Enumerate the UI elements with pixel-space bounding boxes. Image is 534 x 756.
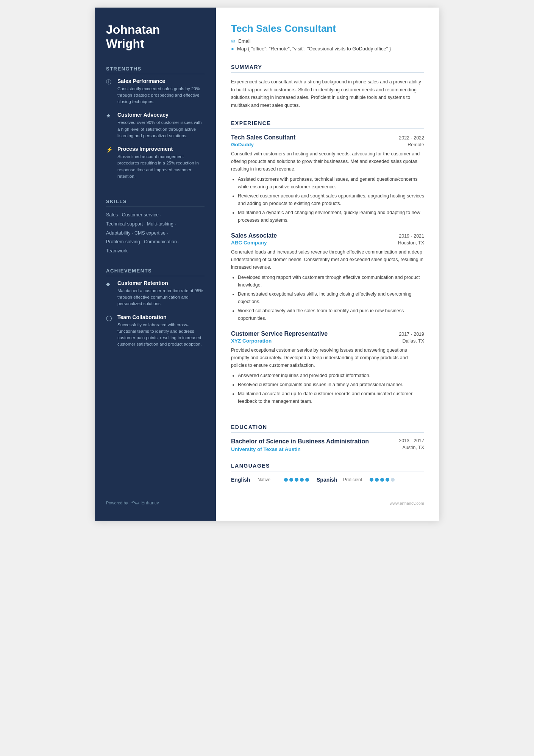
- main-content: Tech Sales Consultant ✉ Email ● Map { "o…: [216, 8, 439, 521]
- exp-company-1: GoDaddy: [231, 142, 254, 147]
- exp-dates-3: 2017 - 2019: [399, 332, 424, 337]
- achievement-team-collaboration: ◯ Team Collaboration Successfully collab…: [106, 314, 205, 348]
- summary-section: SUMMARY Experienced sales consultant wit…: [231, 64, 424, 110]
- exp-header-3: Customer Service Representative 2017 - 2…: [231, 330, 424, 337]
- summary-text: Experienced sales consultant with a stro…: [231, 78, 424, 110]
- achievement-title-1: Customer Retention: [117, 280, 205, 286]
- candidate-name: JohnatanWright: [106, 23, 205, 51]
- exp-dates-2: 2019 - 2021: [399, 233, 424, 239]
- skills-line-2: Technical support · Multi-tasking ·: [106, 221, 176, 227]
- team-icon: ◯: [106, 315, 114, 321]
- main-header: Tech Sales Consultant ✉ Email ● Map { "o…: [231, 23, 424, 53]
- exp-header-1: Tech Sales Consultant 2022 - 2022: [231, 134, 424, 141]
- main-footer: www.enhancv.com: [231, 493, 424, 506]
- map-icon: ●: [231, 46, 234, 52]
- lang-level-english: Native: [258, 477, 280, 482]
- bullet-item: Worked collaboratively with the sales te…: [238, 307, 424, 322]
- edu-location-1: Austin, TX: [399, 445, 424, 450]
- achievements-title: ACHIEVEMENTS: [106, 268, 205, 276]
- exp-entry-abc: Sales Associate 2019 - 2021 ABC Company …: [231, 232, 424, 322]
- lang-name-spanish: Spanish: [317, 477, 339, 483]
- exp-location-2: Houston, TX: [398, 240, 424, 246]
- skills-line-5: Teamwork: [106, 248, 128, 254]
- lang-english: English Native: [231, 477, 309, 483]
- email-icon: ✉: [231, 38, 235, 44]
- strength-title-3: Process Improvement: [117, 146, 205, 152]
- edu-dates-1: 2013 - 2017: [399, 438, 424, 443]
- strength-desc-1: Consistently exceeded sales goals by 20%…: [117, 86, 205, 105]
- exp-bullets-2: Developed strong rapport with customers …: [231, 274, 424, 322]
- exp-bullets-3: Answered customer inquiries and provided…: [231, 372, 424, 405]
- powered-by-label: Powered by: [106, 501, 128, 505]
- skills-section: SKILLS Sales · Customer service · Techni…: [106, 199, 205, 256]
- bullet-item: Maintained accurate and up-to-date custo…: [238, 390, 424, 405]
- dot-4: [300, 478, 304, 482]
- strength-desc-2: Resolved over 90% of customer issues wit…: [117, 119, 205, 139]
- dot-5: [305, 478, 309, 482]
- dot-2: [289, 478, 293, 482]
- exp-desc-3: Provided exceptional customer service by…: [231, 346, 424, 369]
- brand-name: Enhancv: [141, 500, 159, 506]
- exp-desc-1: Consulted with customers on hosting and …: [231, 150, 424, 173]
- bullet-item: Maintained a dynamic and changing enviro…: [238, 209, 424, 224]
- exp-entry-godaddy: Tech Sales Consultant 2022 - 2022 GoDadd…: [231, 134, 424, 224]
- exp-company-2: ABC Company: [231, 240, 267, 246]
- exp-sub-2: ABC Company Houston, TX: [231, 240, 424, 246]
- strength-sales-performance: ⓘ Sales Performance Consistently exceede…: [106, 78, 205, 105]
- experience-section: EXPERIENCE Tech Sales Consultant 2022 - …: [231, 120, 424, 413]
- footer-url: www.enhancv.com: [390, 501, 424, 506]
- skills-line-3: Adaptability · CMS expertise ·: [106, 230, 168, 236]
- edu-entry-1: Bachelor of Science in Business Administ…: [231, 438, 424, 452]
- exp-sub-1: GoDaddy Remote: [231, 142, 424, 147]
- skills-title: SKILLS: [106, 199, 205, 207]
- skills-text: Sales · Customer service · Technical sup…: [106, 211, 205, 256]
- dot-3: [380, 478, 384, 482]
- exp-header-2: Sales Associate 2019 - 2021: [231, 232, 424, 239]
- person-icon: ⓘ: [106, 79, 114, 86]
- bullet-item: Answered customer inquiries and provided…: [238, 372, 424, 379]
- exp-location-3: Dallas, TX: [403, 338, 424, 344]
- enhancv-logo: Enhancv: [131, 500, 159, 506]
- exp-title-2: Sales Associate: [231, 232, 277, 239]
- dot-4: [386, 478, 389, 482]
- exp-entry-xyz: Customer Service Representative 2017 - 2…: [231, 330, 424, 405]
- dot-3: [295, 478, 298, 482]
- bullet-item: Demonstrated exceptional sales skills, i…: [238, 290, 424, 305]
- exp-dates-1: 2022 - 2022: [399, 135, 424, 141]
- strength-desc-3: Streamlined account management procedure…: [117, 153, 205, 180]
- strength-title-2: Customer Advocacy: [117, 112, 205, 118]
- bullet-item: Developed strong rapport with customers …: [238, 274, 424, 289]
- star-icon: ★: [106, 113, 114, 119]
- resume-container: JohnatanWright STRENGTHS ⓘ Sales Perform…: [95, 8, 439, 521]
- dot-2: [375, 478, 379, 482]
- summary-section-title: SUMMARY: [231, 64, 424, 73]
- languages-row: English Native Spanish Proficient: [231, 477, 424, 483]
- bullet-item: Reviewed customer accounts and sought sa…: [238, 192, 424, 207]
- skills-line-1: Sales · Customer service ·: [106, 212, 161, 218]
- education-section: EDUCATION Bachelor of Science in Busines…: [231, 424, 424, 452]
- sidebar: JohnatanWright STRENGTHS ⓘ Sales Perform…: [95, 8, 216, 521]
- education-section-title: EDUCATION: [231, 424, 424, 433]
- dot-5: [391, 478, 395, 482]
- medal-icon: ◆: [106, 281, 114, 287]
- exp-location-1: Remote: [408, 142, 424, 147]
- sidebar-footer: Powered by Enhancv: [106, 489, 205, 506]
- skills-line-4: Problem-solving · Communication ·: [106, 239, 180, 244]
- languages-section-title: LANGUAGES: [231, 463, 424, 471]
- achievement-desc-1: Maintained a customer retention rate of …: [117, 288, 205, 307]
- languages-section: LANGUAGES English Native Spanis: [231, 463, 424, 483]
- lang-spanish: Spanish Proficient: [317, 477, 395, 483]
- exp-title-3: Customer Service Representative: [231, 330, 328, 337]
- job-title: Tech Sales Consultant: [231, 23, 424, 34]
- strengths-section: STRENGTHS ⓘ Sales Performance Consistent…: [106, 66, 205, 187]
- email-row: ✉ Email: [231, 38, 424, 44]
- bullet-item: Assisted customers with purchases, techn…: [238, 175, 424, 191]
- exp-sub-3: XYZ Corporation Dallas, TX: [231, 338, 424, 344]
- strength-title-1: Sales Performance: [117, 78, 205, 84]
- exp-company-3: XYZ Corporation: [231, 338, 272, 344]
- achievement-customer-retention: ◆ Customer Retention Maintained a custom…: [106, 280, 205, 307]
- strengths-title: STRENGTHS: [106, 66, 205, 74]
- achievement-title-2: Team Collaboration: [117, 314, 205, 320]
- dot-1: [370, 478, 373, 482]
- strength-process-improvement: ⚡ Process Improvement Streamlined accoun…: [106, 146, 205, 180]
